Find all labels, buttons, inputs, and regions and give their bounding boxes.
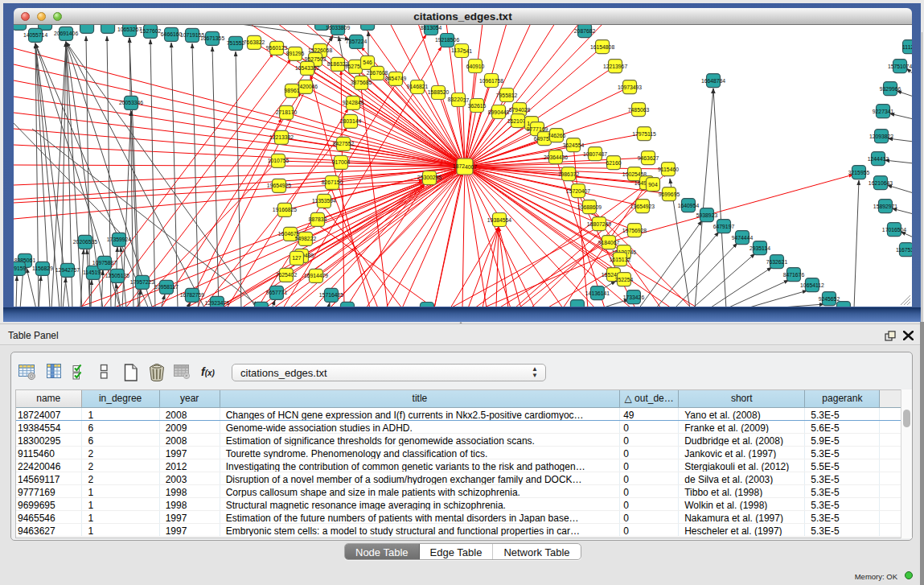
svg-text:2718170: 2718170 <box>276 109 298 115</box>
svg-text:127: 127 <box>292 255 302 261</box>
svg-text:8813054: 8813054 <box>421 25 442 31</box>
svg-text:7625402: 7625402 <box>276 272 298 278</box>
svg-text:16154808: 16154808 <box>590 44 614 50</box>
svg-text:7357224: 7357224 <box>346 39 368 44</box>
svg-text:3215955: 3215955 <box>848 170 870 175</box>
svg-text:10654112: 10654112 <box>800 282 824 288</box>
svg-text:6466160: 6466160 <box>161 31 183 37</box>
svg-text:12923478: 12923478 <box>205 300 229 306</box>
svg-text:640910: 640910 <box>466 64 485 69</box>
svg-text:3875685: 3875685 <box>351 80 372 85</box>
svg-text:12093822: 12093822 <box>869 134 893 139</box>
svg-text:362615: 362615 <box>468 103 487 109</box>
svg-text:1588520: 1588520 <box>428 89 450 95</box>
svg-text:1132541: 1132541 <box>451 47 472 53</box>
svg-text:2087682: 2087682 <box>574 28 596 34</box>
svg-text:19384554: 19384554 <box>487 217 511 223</box>
svg-text:7485063: 7485063 <box>628 107 650 113</box>
svg-text:9115460: 9115460 <box>658 167 679 172</box>
svg-text:19166825: 19166825 <box>273 207 297 212</box>
svg-text:20206535: 20206535 <box>73 239 97 245</box>
svg-text:891295: 891295 <box>286 51 305 56</box>
svg-text:887833: 887833 <box>309 216 327 222</box>
svg-text:8267150: 8267150 <box>322 179 343 185</box>
svg-text:10961758: 10961758 <box>479 78 503 84</box>
svg-text:9146821: 9146821 <box>407 84 429 89</box>
svg-text:7955812: 7955812 <box>496 93 518 98</box>
svg-text:16033809: 16033809 <box>326 25 350 31</box>
svg-text:9245652: 9245652 <box>819 296 840 302</box>
svg-text:19654923: 19654923 <box>630 204 655 209</box>
svg-text:16782759: 16782759 <box>180 292 204 298</box>
svg-text:9463627: 9463627 <box>638 155 659 161</box>
svg-text:19756928: 19756928 <box>622 228 647 233</box>
svg-text:8471676: 8471676 <box>783 272 805 278</box>
svg-text:546: 546 <box>363 60 372 65</box>
svg-text:18807249: 18807249 <box>587 221 611 227</box>
svg-text:12942757: 12942757 <box>55 267 80 273</box>
svg-text:17975115: 17975115 <box>632 131 656 137</box>
svg-text:10958117: 10958117 <box>154 284 179 290</box>
svg-text:10973493: 10973493 <box>618 84 642 90</box>
svg-text:15720407: 15720407 <box>566 188 590 194</box>
svg-text:8427552: 8427552 <box>333 141 355 146</box>
svg-text:17016504: 17016504 <box>882 227 906 233</box>
svg-text:12213967: 12213967 <box>603 64 627 69</box>
svg-text:6794028: 6794028 <box>509 107 531 113</box>
svg-text:19218506: 19218506 <box>435 37 459 43</box>
svg-text:16648784: 16648784 <box>701 78 725 84</box>
svg-text:8322037: 8322037 <box>448 97 470 102</box>
svg-text:9657771: 9657771 <box>266 290 288 295</box>
svg-text:5938923: 5938923 <box>696 212 718 218</box>
svg-text:9699695: 9699695 <box>659 192 680 197</box>
svg-text:11353594: 11353594 <box>312 198 336 204</box>
svg-text:12505135: 12505135 <box>105 273 129 278</box>
svg-text:1167533: 1167533 <box>896 247 912 253</box>
svg-text:10975887: 10975887 <box>92 260 117 266</box>
svg-text:62160: 62160 <box>606 160 622 166</box>
svg-text:19654925: 19654925 <box>267 183 291 188</box>
svg-text:98961: 98961 <box>285 88 300 93</box>
svg-text:7986372: 7986372 <box>558 171 580 177</box>
svg-text:1010755: 1010755 <box>268 158 290 163</box>
svg-text:20053346: 20053346 <box>119 100 143 105</box>
svg-text:16671355: 16671355 <box>200 35 224 41</box>
svg-text:252254: 252254 <box>615 277 634 282</box>
svg-text:9560123: 9560123 <box>266 45 288 51</box>
svg-text:746266: 746266 <box>548 133 566 138</box>
svg-text:16914479: 16914479 <box>304 273 328 278</box>
svg-text:9184067: 9184067 <box>598 240 620 245</box>
svg-text:2803144: 2803144 <box>340 118 362 124</box>
svg-text:15751074: 15751074 <box>888 64 912 69</box>
svg-text:10653267: 10653267 <box>117 27 142 32</box>
svg-text:14055714: 14055714 <box>23 32 47 38</box>
svg-text:9474444: 9474444 <box>732 235 754 241</box>
svg-text:9242848: 9242848 <box>343 100 364 105</box>
svg-text:751552: 751552 <box>227 40 245 46</box>
svg-text:2367608: 2367608 <box>367 70 388 76</box>
svg-text:9777169: 9777169 <box>527 126 548 132</box>
svg-text:917004: 917004 <box>332 159 351 165</box>
svg-text:20364436: 20364436 <box>544 154 568 160</box>
svg-text:1244413: 1244413 <box>868 156 889 162</box>
svg-text:6479197: 6479197 <box>713 224 735 229</box>
svg-text:12213382: 12213382 <box>269 134 294 140</box>
svg-text:1733426: 1733426 <box>623 295 645 300</box>
svg-text:17359924: 17359924 <box>107 237 131 242</box>
svg-text:9227341: 9227341 <box>873 109 894 114</box>
svg-text:1527602: 1527602 <box>140 28 162 34</box>
svg-text:18724007: 18724007 <box>453 163 477 169</box>
svg-text:1640954: 1640954 <box>678 203 700 208</box>
svg-text:14136141: 14136141 <box>585 290 610 296</box>
svg-text:10688609: 10688609 <box>577 204 602 210</box>
svg-text:15892971: 15892971 <box>873 204 897 209</box>
svg-text:1156829: 1156829 <box>32 266 53 271</box>
svg-text:11120: 11120 <box>902 44 912 50</box>
svg-text:1615132: 1615132 <box>610 257 631 262</box>
svg-text:5498222: 5498222 <box>295 236 317 241</box>
svg-text:20691406: 20691406 <box>54 31 78 36</box>
svg-text:7632621: 7632621 <box>766 259 788 265</box>
svg-text:904: 904 <box>648 182 658 187</box>
svg-text:15716485: 15716485 <box>319 292 343 298</box>
svg-text:8454749: 8454749 <box>385 76 407 81</box>
